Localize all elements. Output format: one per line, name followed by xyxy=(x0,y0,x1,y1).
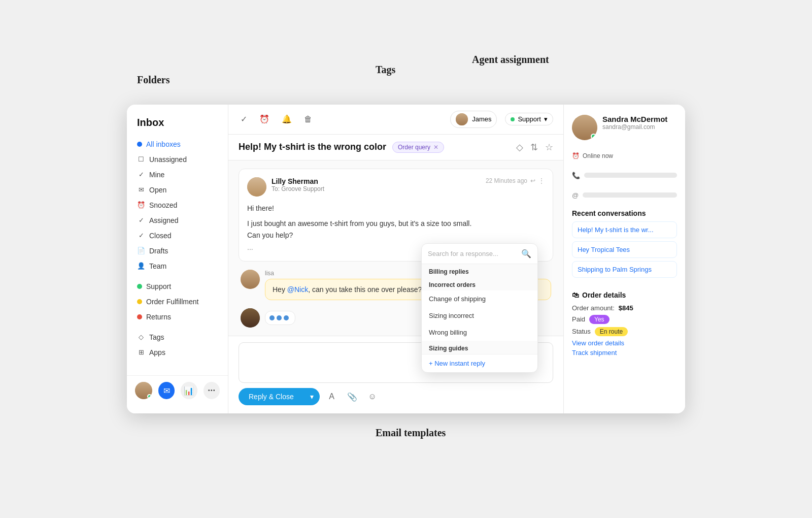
closed-icon: ✓ xyxy=(137,232,145,240)
agent-badge[interactable]: James xyxy=(450,111,497,128)
dot-2 xyxy=(277,315,282,320)
trash-icon[interactable]: 🗑 xyxy=(302,113,314,126)
lilly-to: To: Groove Support xyxy=(272,185,481,192)
incorrect-orders-header: Incorrect orders xyxy=(422,277,537,290)
recent-conv-item-2[interactable]: Hey Tropical Tees xyxy=(572,241,677,258)
tag-icon[interactable]: ◇ xyxy=(516,142,523,153)
dropdown-search-row: 🔍 xyxy=(422,244,537,264)
reply-close-button[interactable]: Reply & Close xyxy=(239,388,304,405)
sidebar-item-label-open: Open xyxy=(149,186,166,194)
bell-icon[interactable]: 🔔 xyxy=(280,112,294,126)
sidebar-item-order-fulfillment[interactable]: Order Fulfillment xyxy=(127,294,228,309)
sidebar-item-label-closed: Closed xyxy=(149,232,172,240)
contact-name: Sandra McDermot xyxy=(602,115,667,123)
msg-time-1: 22 Minutes ago ↩ ⋮ xyxy=(486,177,545,184)
new-instant-reply-button[interactable]: + New instant reply xyxy=(422,354,537,372)
unassigned-icon: ☐ xyxy=(137,155,145,164)
arrows-icon[interactable]: ⇅ xyxy=(530,142,538,153)
change-of-shipping-item[interactable]: Change of shipping xyxy=(422,290,537,307)
tag-badge[interactable]: Order query ✕ xyxy=(392,142,444,153)
recent-conversations-section: Recent conversations Help! My t-shirt is… xyxy=(572,209,677,281)
more-icon[interactable]: ⋮ xyxy=(538,177,545,184)
sidebar-item-apps[interactable]: ⊞ Apps xyxy=(127,345,228,360)
all-inboxes-dot xyxy=(137,142,142,147)
font-format-button[interactable]: A xyxy=(324,388,340,405)
lilly-name: Lilly Sherman xyxy=(272,177,481,185)
tag-close-icon[interactable]: ✕ xyxy=(433,144,438,151)
apps-icon: ⊞ xyxy=(137,348,145,357)
recent-conv-item-3[interactable]: Shipping to Palm Springs xyxy=(572,261,677,278)
compose-toolbar: Reply & Close ▾ A 📎 ☺ xyxy=(239,388,553,405)
sidebar-item-returns[interactable]: Returns xyxy=(127,309,228,325)
order-fulfillment-dot xyxy=(137,299,142,304)
contact-phone-field: 📞 xyxy=(572,172,677,179)
sidebar-item-tags[interactable]: ◇ Tags xyxy=(127,330,228,345)
message-header-1: Lilly Sherman To: Groove Support 22 Minu… xyxy=(247,177,545,197)
status-badge: En route xyxy=(595,327,628,336)
sidebar-bottom: ✉ 📊 ··· xyxy=(127,375,228,405)
sidebar-item-label-order-fulfillment: Order Fulfillment xyxy=(146,298,198,306)
dot-3 xyxy=(284,315,289,320)
order-amount-row: Order amount: $845 xyxy=(572,304,677,312)
wrong-billing-item[interactable]: Wrong billing xyxy=(422,324,537,341)
star-icon[interactable]: ☆ xyxy=(545,142,553,153)
sidebar-apps-label: Apps xyxy=(149,348,165,357)
snoozed-icon: ⏰ xyxy=(137,201,145,209)
sidebar-item-closed[interactable]: ✓ Closed xyxy=(127,228,228,243)
sidebar-item-all-inboxes[interactable]: All inboxes xyxy=(127,137,228,152)
shopify-icon: 🛍 xyxy=(572,291,579,299)
dot-1 xyxy=(269,315,275,320)
mine-icon: ✓ xyxy=(137,171,145,179)
phone-bar xyxy=(584,173,677,178)
sidebar-item-open[interactable]: ✉ Open xyxy=(127,182,228,198)
recent-conv-item-1[interactable]: Help! My t-shirt is the wr... xyxy=(572,221,677,238)
sidebar-item-team[interactable]: 👤 Team xyxy=(127,258,228,274)
compose-button[interactable]: ✉ xyxy=(158,382,175,399)
sidebar-item-drafts[interactable]: 📄 Drafts xyxy=(127,243,228,258)
sizing-incorrect-item[interactable]: Sizing incorrect xyxy=(422,307,537,324)
order-details-title: 🛍 Order details xyxy=(572,291,677,299)
response-dropdown: 🔍 Billing replies Incorrect orders Chang… xyxy=(421,243,538,373)
order-status-row: Status En route xyxy=(572,327,677,336)
check-icon[interactable]: ✓ xyxy=(239,112,249,126)
reply-dropdown-arrow[interactable]: ▾ xyxy=(304,388,320,405)
user-avatar[interactable] xyxy=(135,382,152,399)
contact-header: Sandra McDermot sandra@gmail.com xyxy=(572,115,677,140)
clock-icon[interactable]: ⏰ xyxy=(257,112,272,126)
assigned-icon: ✓ xyxy=(137,216,145,224)
sidebar-item-label-assigned: Assigned xyxy=(149,216,179,224)
view-order-details-link[interactable]: View order details xyxy=(572,339,677,347)
lilly-avatar xyxy=(247,177,266,197)
compose-area: Reply & Close ▾ A 📎 ☺ 🔍 Billing replies … xyxy=(228,336,563,413)
tags-annotation: Tags xyxy=(376,64,395,76)
order-paid-row: Paid Yes xyxy=(572,315,677,324)
track-shipment-link[interactable]: Track shipment xyxy=(572,349,677,357)
phone-icon: 📞 xyxy=(572,172,580,179)
at-icon: @ xyxy=(572,191,579,199)
toolbar: ✓ ⏰ 🔔 🗑 James Support ▾ xyxy=(228,105,563,135)
right-panel: Sandra McDermot sandra@gmail.com ⏰ Onlin… xyxy=(563,105,685,413)
more-button[interactable]: ··· xyxy=(204,382,220,399)
sidebar-item-support[interactable]: Support xyxy=(127,279,228,294)
sidebar-item-label-support: Support xyxy=(146,282,171,290)
sidebar-item-label-drafts: Drafts xyxy=(149,247,168,255)
team-status-dot xyxy=(511,117,515,121)
sidebar-item-assigned[interactable]: ✓ Assigned xyxy=(127,213,228,228)
response-search-input[interactable] xyxy=(428,250,517,257)
contact-email: sandra@gmail.com xyxy=(602,123,667,131)
sidebar-item-mine[interactable]: ✓ Mine xyxy=(127,167,228,182)
sidebar-item-snoozed[interactable]: ⏰ Snoozed xyxy=(127,198,228,213)
sidebar-title: Inbox xyxy=(127,117,228,137)
agent-name: James xyxy=(472,115,491,123)
team-chevron-icon: ▾ xyxy=(544,115,548,123)
contact-info: Sandra McDermot sandra@gmail.com xyxy=(602,115,667,131)
conv-subject: Help! My t-shirt is the wrong color xyxy=(239,142,386,152)
emoji-button[interactable]: ☺ xyxy=(364,388,381,405)
sidebar-item-unassigned[interactable]: ☐ Unassigned xyxy=(127,152,228,167)
contact-avatar xyxy=(572,115,597,140)
stats-button[interactable]: 📊 xyxy=(181,382,197,399)
contact-online-dot xyxy=(591,134,596,139)
team-badge[interactable]: Support ▾ xyxy=(505,113,553,125)
reply-icon[interactable]: ↩ xyxy=(530,177,535,184)
attach-button[interactable]: 📎 xyxy=(344,388,360,405)
